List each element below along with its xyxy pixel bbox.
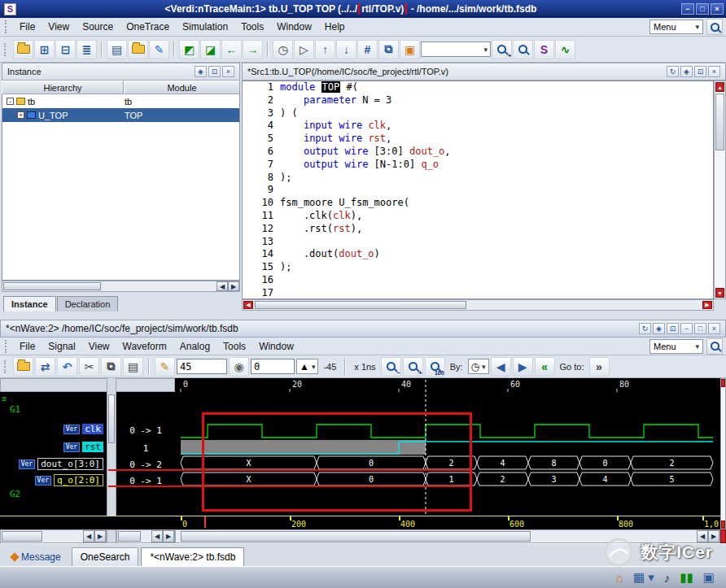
instance-panel-header[interactable]: Instance ◈⊡× [2,63,240,81]
copy-icon[interactable]: ⧉ [101,357,121,377]
module-column-header[interactable]: Module [124,81,240,94]
signal-clk[interactable]: Verclk [63,424,103,434]
menu-signal[interactable]: Signal [42,338,81,355]
zoom-all-icon[interactable]: 100 [425,357,445,377]
close-button[interactable]: × [708,323,720,334]
goto-begin-icon[interactable]: « [535,357,555,377]
signal-group-g1[interactable]: G1 [10,404,20,415]
tab-nwave-active[interactable]: *<nWave:2> tb.fsdb [141,547,244,566]
verdi-home-icon[interactable]: S [534,40,554,59]
minimize-button[interactable]: − [681,3,694,15]
tree-row-u_top[interactable]: +U_TOPTOP [2,108,239,122]
memory-view-icon[interactable]: ▣ [400,40,420,59]
signal-group-g2[interactable]: G2 [10,489,20,499]
scroll-up-icon[interactable]: ▲ [715,82,724,92]
menu-tools[interactable]: Tools [216,338,252,355]
scroll-down-icon[interactable]: ▼ [715,288,724,298]
hierarchy-column-header[interactable]: Hierarchy [2,81,124,94]
tree-expander-icon[interactable]: - [7,98,14,105]
scroll-left-icon[interactable]: ◀ [243,301,253,309]
tab-declaration[interactable]: Declaration [57,296,119,311]
menu-help[interactable]: Help [318,19,352,35]
pin-button[interactable]: ◈ [195,66,207,77]
tray-display-icon[interactable]: ▣ [703,570,715,585]
wave-vscrollbar[interactable] [720,378,726,529]
signal-values-panel[interactable]: 0 -> 110 -> 20 -> 1 [116,392,175,516]
home-icon[interactable]: ⌂ [616,571,623,585]
menu-onetrace[interactable]: OneTrace [120,19,176,35]
find-icon[interactable] [513,40,533,59]
prev-transition-icon[interactable]: ◀ [491,357,511,377]
restore-signal-icon[interactable]: ⇄ [35,357,55,377]
nwave-titlebar[interactable]: *<nWave:2> /home/IC/soc/fe_project/sim/w… [0,320,726,338]
toolbar-grip[interactable] [4,43,8,56]
zoom-in-icon[interactable]: + [403,357,423,377]
scroll-right-icon[interactable]: ▶ [708,530,719,542]
close-button[interactable]: × [222,66,234,77]
float-button[interactable]: ⊡ [694,66,706,77]
close-button[interactable]: × [708,66,720,77]
pin-button[interactable]: ◈ [653,323,665,334]
source-vscrollbar[interactable]: ▲ ▼ [714,81,726,299]
marker-time-input[interactable] [251,359,295,374]
tree-expander-icon[interactable]: + [17,111,24,119]
instance-hscrollbar[interactable]: ◀ ▶ [2,281,240,292]
source-code-view[interactable]: 1module TOP #(2 parameter N = 33) (4 inp… [242,81,714,299]
nwave-menu-combo[interactable]: Menu▾ [649,339,703,354]
maximize-button[interactable]: □ [696,3,709,15]
scroll-left-icon[interactable]: ◀ [216,281,228,291]
cascade-windows-icon[interactable]: ⧉ [378,40,399,59]
menu-combo[interactable]: Menu▾ [649,20,703,34]
next-transition-icon[interactable]: ▶ [513,357,533,377]
cursor-time-input[interactable] [177,359,227,374]
search-by-combo[interactable]: ◷▾ [468,359,489,374]
trace-load-icon[interactable]: ↓ [336,40,356,59]
float-button[interactable]: ⊡ [667,323,679,334]
scroll-right-icon[interactable]: ▶ [702,301,712,309]
zoom-in-icon[interactable]: + [492,40,512,59]
signal-rst[interactable]: Verrst [63,442,103,452]
marker-select-combo[interactable]: ▲▾ [296,359,318,374]
volume-icon[interactable]: ♪ [664,571,671,585]
scroll-left-icon[interactable]: ◀ [697,530,708,542]
active-trace-icon[interactable]: ◪ [200,40,221,59]
waveform-canvas[interactable]: 020406080X024802X012345 [175,378,720,516]
toolbar-overflow-icon[interactable]: » [589,357,610,377]
menubar-grip[interactable] [5,340,9,353]
open-fsdb-icon[interactable] [13,357,33,377]
signal-dout_o-3-0-[interactable]: Verdout_o[3:0] [19,458,103,470]
toolbar-grip[interactable] [4,360,8,373]
source-hscrollbar[interactable]: ◀ ▶ [242,299,714,311]
show-hierarchy-icon[interactable]: # [357,40,378,59]
source-panel-header[interactable]: *Src1:tb.U_TOP(/home/IC/soc/fe_project/r… [242,63,726,81]
menu-simulation[interactable]: Simulation [176,19,234,35]
pin-button[interactable]: ◈ [680,66,693,77]
menubar-grip[interactable] [5,20,9,33]
refresh-button[interactable]: ↻ [639,323,651,334]
back-icon[interactable]: ← [221,40,242,59]
reload-design-icon[interactable] [128,40,148,59]
signal-names-panel[interactable]: ≡ G1VerclkVerrstVerdout_o[3:0]Verq_o[2:0… [0,392,107,516]
trace-driver-icon[interactable]: ↑ [315,40,335,59]
wave-hscrollbar[interactable]: ◀ ▶ [175,529,720,543]
menu-file[interactable]: File [13,338,42,355]
scroll-left-icon[interactable]: ◀ [83,530,94,542]
menu-analog[interactable]: Analog [173,338,216,355]
minimize-button[interactable]: − [680,323,693,334]
tab-instance[interactable]: Instance [3,296,56,311]
message-window-icon[interactable]: ▤ [107,40,127,59]
new-waveform-icon[interactable]: ∿ [555,40,575,59]
scroll-right-icon[interactable]: ▶ [94,530,106,542]
search-marker-icon[interactable]: ✎ [155,357,175,377]
zoom-out-icon[interactable]: − [381,357,401,377]
menu-view[interactable]: View [42,19,76,35]
scroll-right-icon[interactable]: ▶ [228,281,239,291]
names-vscrollbar[interactable] [107,378,116,529]
time-icon[interactable]: ◷ [273,40,293,59]
cut-icon[interactable]: ✂ [79,357,99,377]
tab-onesearch[interactable]: OneSearch [72,547,139,566]
menu-tools[interactable]: Tools [234,19,270,35]
search-button[interactable] [706,19,723,35]
instance-browser-icon[interactable]: ⊞ [34,40,55,59]
signal-q_o-2-0-[interactable]: Verq_o[2:0] [35,474,103,486]
